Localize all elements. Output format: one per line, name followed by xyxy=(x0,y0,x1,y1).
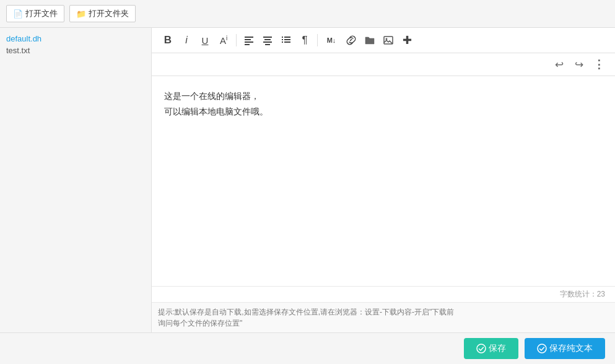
svg-rect-11 xyxy=(284,39,290,40)
save-plain-check-icon xyxy=(537,344,547,353)
svg-rect-2 xyxy=(245,41,253,43)
sidebar-file-test[interactable]: test.txt xyxy=(6,45,145,56)
svg-rect-1 xyxy=(245,39,251,40)
open-folder-button[interactable]: 📁 打开文件夹 xyxy=(69,5,136,22)
link-icon xyxy=(346,35,357,46)
folder-button[interactable] xyxy=(361,32,378,49)
image-icon xyxy=(383,35,394,46)
link-button[interactable] xyxy=(342,32,360,49)
editor-content[interactable]: 这是一个在线的编辑器， 可以编辑本地电脑文件哦。 xyxy=(152,76,615,287)
italic-button[interactable]: i xyxy=(178,32,195,49)
svg-rect-7 xyxy=(265,44,270,45)
second-toolbar: ↩ ↪ ⋮ xyxy=(152,53,615,76)
underline-button[interactable]: U xyxy=(196,32,214,49)
font-size-icon: Ai xyxy=(220,35,227,46)
svg-point-17 xyxy=(538,344,546,353)
folder-icon-toolbar xyxy=(364,35,375,46)
svg-rect-13 xyxy=(284,41,290,43)
font-size-button[interactable]: Ai xyxy=(215,32,232,49)
list-button[interactable] xyxy=(277,32,295,49)
save-plain-button[interactable]: 保存纯文本 xyxy=(525,338,605,359)
redo-button[interactable]: ↪ xyxy=(570,56,588,73)
content-line-2: 可以编辑本地电脑文件哦。 xyxy=(164,104,603,119)
markdown-button[interactable]: M↓ xyxy=(321,32,341,49)
save-button[interactable]: 保存 xyxy=(464,338,518,359)
undo-button[interactable]: ↩ xyxy=(551,56,568,73)
svg-point-15 xyxy=(386,38,388,40)
open-file-button[interactable]: 📄 打开文件 xyxy=(6,5,64,22)
svg-rect-3 xyxy=(245,44,250,45)
svg-point-16 xyxy=(477,344,486,353)
svg-rect-12 xyxy=(282,41,283,43)
bold-button[interactable]: B xyxy=(159,32,177,49)
align-center-icon xyxy=(263,35,273,45)
svg-rect-9 xyxy=(284,37,290,38)
svg-rect-4 xyxy=(263,37,272,38)
svg-rect-8 xyxy=(282,37,283,38)
editor-area: B i U Ai xyxy=(152,28,615,332)
save-plain-label: 保存纯文本 xyxy=(549,343,593,354)
file-icon: 📄 xyxy=(13,9,23,19)
word-count-bar: 字数统计：23 xyxy=(152,287,615,303)
pilcrow-button[interactable]: ¶ xyxy=(296,32,313,49)
open-folder-label: 打开文件夹 xyxy=(89,8,129,19)
toolbar-sep-2 xyxy=(317,34,318,46)
toolbar-sep-1 xyxy=(236,34,237,46)
underline-icon: U xyxy=(202,35,209,46)
top-bar: 📄 打开文件 📁 打开文件夹 xyxy=(0,0,615,28)
list-icon xyxy=(281,35,291,45)
sidebar-file-default[interactable]: default.dh xyxy=(6,33,145,45)
save-check-icon xyxy=(476,344,486,353)
save-label: 保存 xyxy=(489,343,506,354)
align-left-button[interactable] xyxy=(240,32,258,49)
folder-icon: 📁 xyxy=(76,9,86,19)
svg-rect-0 xyxy=(245,37,253,38)
content-line-1: 这是一个在线的编辑器， xyxy=(164,89,603,104)
svg-rect-6 xyxy=(263,41,272,43)
align-center-button[interactable] xyxy=(259,32,276,49)
svg-rect-10 xyxy=(282,39,283,40)
plus-button[interactable]: ✚ xyxy=(398,32,416,49)
word-count-label: 字数统计：23 xyxy=(560,289,605,300)
sidebar: default.dh test.txt xyxy=(0,28,152,332)
hint-bar: 提示:默认保存是自动下载,如需选择保存文件位置,请在浏览器：设置-下载内容-开启… xyxy=(152,303,615,332)
hint-text: 提示:默认保存是自动下载,如需选择保存文件位置,请在浏览器：设置-下载内容-开启… xyxy=(158,308,454,327)
more-button[interactable]: ⋮ xyxy=(590,56,608,73)
app-container: 📄 打开文件 📁 打开文件夹 default.dh test.txt B i U… xyxy=(0,0,615,364)
svg-rect-5 xyxy=(264,39,271,40)
bottom-bar: 保存 保存纯文本 xyxy=(0,332,615,364)
open-file-label: 打开文件 xyxy=(25,8,58,19)
main-content: default.dh test.txt B i U Ai xyxy=(0,28,615,332)
image-button[interactable] xyxy=(380,32,397,49)
toolbar: B i U Ai xyxy=(152,28,615,53)
align-left-icon xyxy=(244,35,254,45)
